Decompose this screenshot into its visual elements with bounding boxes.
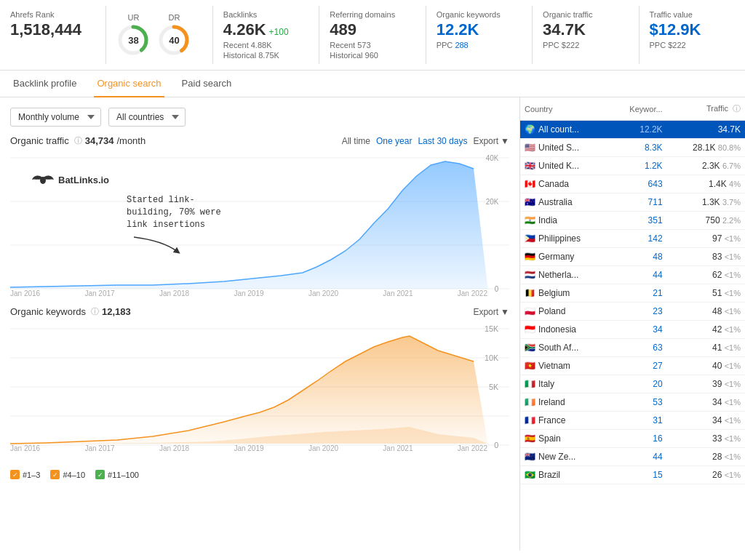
table-row[interactable]: 🇨🇦Canada6431.4K 4%	[520, 175, 745, 193]
organic-traffic-header: Organic traffic ⓘ 34,734 /month All time…	[10, 135, 509, 146]
metric-dr: DR 40	[157, 13, 191, 57]
traffic-cell: 42 <1%	[667, 321, 745, 339]
keywords-cell: 16	[610, 430, 667, 448]
metric-backlinks: Backlinks 4.26K +100 Recent 4.88K Histor…	[213, 6, 319, 64]
organic-traffic-info-icon[interactable]: ⓘ	[74, 135, 82, 146]
country-cell: 🇿🇦South Af...	[520, 339, 610, 357]
country-cell: 🇵🇱Poland	[520, 303, 610, 321]
table-row[interactable]: 🇮🇩Indonesia3442 <1%	[520, 321, 745, 339]
keywords-cell: 53	[610, 393, 667, 412]
legend-rank4-10[interactable]: ✓ #4–10	[50, 470, 85, 479]
country-name: Australia	[538, 197, 573, 207]
country-name: India	[538, 215, 557, 225]
filter-one-year[interactable]: One year	[376, 136, 412, 146]
table-row[interactable]: 🇳🇱Netherla...4462 <1%	[520, 266, 745, 284]
svg-text:40K: 40K	[486, 154, 499, 162]
table-row[interactable]: 🇮🇳India351750 2.2%	[520, 212, 745, 230]
keywords-cell: 34	[610, 321, 667, 339]
traffic-percent: 4%	[729, 180, 741, 188]
table-row[interactable]: 🇪🇸Spain1633 <1%	[520, 430, 745, 448]
country-flag: 🇮🇪	[525, 397, 535, 407]
table-row[interactable]: 🇳🇿New Ze...4428 <1%	[520, 448, 745, 466]
organic-keywords-info-icon[interactable]: ⓘ	[91, 306, 99, 317]
country-cell: 🇻🇳Vietnam	[520, 357, 610, 375]
traffic-cell: 34.7K	[667, 121, 745, 139]
keywords-cell: 8.3K	[610, 139, 667, 157]
x-label-2018: Jan 2018	[159, 289, 189, 297]
table-row[interactable]: 🇦🇺Australia7111.3K 3.7%	[520, 193, 745, 212]
keywords-cell: 63	[610, 339, 667, 357]
keywords-cell: 31	[610, 412, 667, 430]
traffic-value: 2.3K	[702, 161, 720, 171]
country-flag: 🇦🇺	[525, 197, 535, 207]
table-row[interactable]: 🇧🇪Belgium2151 <1%	[520, 284, 745, 303]
country-cell: 🇳🇿New Ze...	[520, 448, 610, 466]
table-row[interactable]: 🇩🇪Germany4883 <1%	[520, 248, 745, 266]
country-flag: 🇧🇷	[525, 470, 535, 480]
country-name: Poland	[538, 306, 565, 316]
country-flag: 🇳🇿	[525, 452, 535, 462]
country-flag: 🇿🇦	[525, 343, 535, 353]
country-cell: 🇪🇸Spain	[520, 430, 610, 448]
tab-backlink-profile[interactable]: Backlink profile	[10, 71, 79, 97]
filter-all-time[interactable]: All time	[342, 136, 370, 146]
traffic-cell: 83 <1%	[667, 248, 745, 266]
main-layout: Monthly volume All countries Organic tra…	[0, 97, 745, 551]
organic-keywords-title: Organic keywords	[10, 306, 86, 317]
table-row[interactable]: 🇵🇭Philippines14297 <1%	[520, 230, 745, 248]
export-keywords-button[interactable]: Export ▼	[473, 307, 509, 317]
traffic-cell: 28 <1%	[667, 448, 745, 466]
table-row[interactable]: 🇺🇸United S...8.3K28.1K 80.8%	[520, 139, 745, 157]
table-row[interactable]: 🇫🇷France3134 <1%	[520, 412, 745, 430]
organic-traffic-chart: BatLinks.io 40K 20K 0	[10, 151, 509, 296]
metric-referring-domains: Referring domains 489 Recent 573 Histori…	[319, 6, 426, 64]
countries-dropdown[interactable]: All countries	[108, 108, 186, 127]
metric-ur: UR 38	[116, 13, 150, 57]
table-row[interactable]: 🇿🇦South Af...6341 <1%	[520, 339, 745, 357]
legend-rank1-3-label: #1–3	[23, 471, 40, 479]
table-row[interactable]: 🌍All count...12.2K34.7K	[520, 121, 745, 139]
export-traffic-button[interactable]: Export ▼	[473, 136, 509, 146]
legend-rank11-100[interactable]: ✓ #11–100	[95, 470, 139, 479]
metric-organic-keywords-label: Organic keywords	[437, 10, 522, 19]
metric-backlinks-label: Backlinks	[223, 10, 308, 19]
keywords-cell: 44	[610, 448, 667, 466]
metric-traffic-value-ppc: PPC $222	[650, 41, 735, 49]
traffic-value: 41	[712, 343, 722, 353]
metric-ur-label: UR	[127, 13, 139, 22]
country-cell: 🇮🇩Indonesia	[520, 321, 610, 339]
filter-last-30-days[interactable]: Last 30 days	[418, 136, 467, 146]
batlinks-logo: BatLinks.io	[32, 172, 109, 187]
country-name: Vietnam	[538, 361, 570, 371]
controls-row: Monthly volume All countries	[10, 108, 509, 127]
volume-dropdown[interactable]: Monthly volume	[10, 108, 101, 127]
dr-value: 40	[169, 35, 179, 46]
svg-text:0: 0	[495, 285, 499, 293]
traffic-col-info-icon[interactable]: ⓘ	[733, 104, 741, 113]
traffic-value: 39	[712, 379, 722, 389]
traffic-percent: <1%	[725, 416, 741, 425]
table-row[interactable]: 🇮🇪Ireland5334 <1%	[520, 393, 745, 412]
traffic-percent: <1%	[725, 380, 741, 388]
traffic-value: 40	[712, 361, 722, 371]
x-label-2017: Jan 2017	[84, 289, 114, 297]
dr-gauge: 40	[157, 23, 191, 57]
traffic-cell: 51 <1%	[667, 284, 745, 303]
table-row[interactable]: 🇬🇧United K...1.2K2.3K 6.7%	[520, 157, 745, 175]
country-cell: 🇮🇹Italy	[520, 375, 610, 393]
country-cell: 🇺🇸United S...	[520, 139, 610, 157]
legend-rank1-3[interactable]: ✓ #1–3	[10, 470, 40, 479]
table-row[interactable]: 🇮🇹Italy2039 <1%	[520, 375, 745, 393]
traffic-value: 51	[712, 288, 722, 298]
table-row[interactable]: 🇻🇳Vietnam2740 <1%	[520, 357, 745, 375]
traffic-value: 97	[712, 233, 722, 244]
country-flag: 🇮🇳	[525, 215, 535, 225]
tab-paid-search[interactable]: Paid search	[179, 71, 235, 97]
country-name: All count...	[538, 124, 579, 135]
tab-organic-search[interactable]: Organic search	[94, 71, 164, 97]
table-row[interactable]: 🇧🇷Brazil1526 <1%	[520, 466, 745, 484]
country-cell: 🇳🇱Netherla...	[520, 266, 610, 284]
country-cell: 🇬🇧United K...	[520, 157, 610, 175]
table-row[interactable]: 🇵🇱Poland2348 <1%	[520, 303, 745, 321]
metric-traffic-value-label: Traffic value	[650, 10, 735, 19]
